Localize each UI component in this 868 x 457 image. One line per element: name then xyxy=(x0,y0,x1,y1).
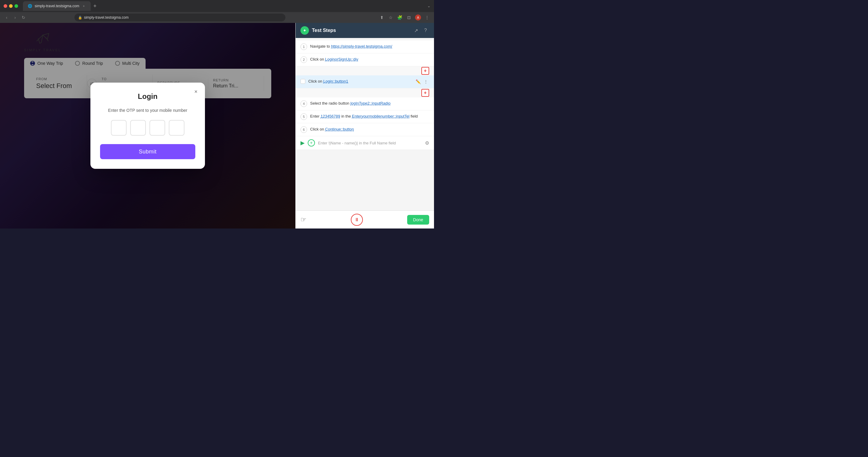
tab-close-button[interactable]: × xyxy=(82,4,86,8)
website-content: SIMPLY TRAVEL One Way Trip Round Trip Mu… xyxy=(0,23,296,228)
traffic-light-yellow[interactable] xyxy=(9,4,13,8)
browser-chrome: 🌐 simply-travel.testsigma.com × + ⌄ xyxy=(0,0,434,12)
step-5-field-link[interactable]: Enteryourmobilenumber::inputTel xyxy=(352,114,410,119)
next-step-settings-icon[interactable]: ⚙ xyxy=(425,140,429,146)
panel-title: Test Steps xyxy=(312,28,409,33)
step-6-text-before: Click on xyxy=(310,127,325,131)
url-bar[interactable]: 🔒 simply-travel.testsigma.com xyxy=(74,13,285,22)
step-checkbox-3[interactable] xyxy=(301,79,305,84)
step-content-5: Enter 123456789 in the Enteryourmobilenu… xyxy=(310,113,429,119)
step-3-edit-icon[interactable]: ✏️ xyxy=(415,79,421,85)
step-content-3: Click on Login::button1 xyxy=(308,79,412,84)
next-step-input[interactable]: Enter !|Name - name()| in the Full Name … xyxy=(318,141,422,145)
step-item-4: 4 Select the radio button logInType2::in… xyxy=(296,97,434,110)
testsigma-logo: ✦ xyxy=(301,26,309,35)
add-step-below-3: + xyxy=(296,88,434,97)
step-content-4: Select the radio button logInType2::inpu… xyxy=(310,100,429,106)
cursor-icon: ☞ xyxy=(301,216,307,224)
otp-input-1[interactable] xyxy=(111,120,127,136)
panel-footer: ☞ ⏸ Done xyxy=(296,210,434,228)
traffic-lights xyxy=(4,4,18,8)
add-step-above-button[interactable]: + xyxy=(421,67,429,75)
done-button[interactable]: Done xyxy=(407,215,429,224)
add-step-below-button[interactable]: + xyxy=(421,89,429,97)
step-6-link[interactable]: Continue::button xyxy=(325,127,354,131)
submit-button[interactable]: Submit xyxy=(100,144,195,159)
step-number-1: 1 xyxy=(301,43,307,50)
pause-icon: ⏸ xyxy=(354,217,359,222)
modal-close-button[interactable]: × xyxy=(192,87,200,96)
step-4-link[interactable]: logInType2::inputRadio xyxy=(350,101,391,105)
extensions-icon[interactable]: 🧩 xyxy=(397,14,403,21)
next-step-add-button[interactable]: + xyxy=(308,139,315,147)
step-4-text-before: Select the radio button xyxy=(310,101,350,105)
reload-button[interactable]: ↻ xyxy=(21,15,27,20)
add-step-above-3: + xyxy=(296,66,434,75)
login-modal: × Login Enter the OTP sent to your mobil… xyxy=(90,83,205,169)
step-item-1: 1 Navigate to https://simply-travel.test… xyxy=(296,40,434,53)
tab-title: simply-travel.testsigma.com xyxy=(35,4,79,8)
step-5-value[interactable]: 123456789 xyxy=(321,114,340,119)
step-3-link[interactable]: Login::button1 xyxy=(323,79,348,84)
next-step-row: ▶ + Enter !|Name - name()| in the Full N… xyxy=(296,136,434,150)
step-2-text-before: Click on xyxy=(310,57,325,61)
step-content-1: Navigate to https://simply-travel.testsi… xyxy=(310,43,429,50)
new-tab-button[interactable]: + xyxy=(91,2,99,10)
steps-list: 1 Navigate to https://simply-travel.test… xyxy=(296,38,434,210)
pause-button[interactable]: ⏸ xyxy=(351,214,363,226)
traffic-light-green[interactable] xyxy=(14,4,18,8)
nav-buttons: ‹ › ↻ xyxy=(4,15,27,20)
step-3-actions: ✏️ ⋮ xyxy=(415,79,429,85)
help-icon[interactable]: ? xyxy=(422,27,429,34)
step-number-6: 6 xyxy=(301,126,307,133)
address-bar: ‹ › ↻ 🔒 simply-travel.testsigma.com ⬆ ☆ … xyxy=(0,12,434,23)
step-3-more-icon[interactable]: ⋮ xyxy=(423,79,429,85)
step-number-4: 4 xyxy=(301,100,307,107)
expand-panel-icon[interactable]: ↗ xyxy=(412,27,420,34)
step-2-link[interactable]: LoginorSignUp::div xyxy=(325,57,358,61)
forward-button[interactable]: › xyxy=(12,15,18,20)
step-content-2: Click on LoginorSignUp::div xyxy=(310,56,429,62)
otp-input-4[interactable] xyxy=(169,120,184,136)
otp-input-3[interactable] xyxy=(150,120,165,136)
step-5-text-mid: in the xyxy=(341,114,352,119)
browser-right-icons: ⬆ ☆ 🧩 ⊡ A ⋮ xyxy=(378,14,430,21)
step-item-6: 6 Click on Continue::button xyxy=(296,123,434,136)
panel-header: ✦ Test Steps ↗ ? xyxy=(296,23,434,38)
modal-title: Login xyxy=(100,92,195,101)
step-content-6: Click on Continue::button xyxy=(310,126,429,132)
sidebar-toggle-icon[interactable]: ⊡ xyxy=(406,14,412,21)
step-1-text-before: Navigate to xyxy=(310,44,331,49)
step-5-text-after: field xyxy=(410,114,418,119)
main-area: SIMPLY TRAVEL One Way Trip Round Trip Mu… xyxy=(0,23,434,228)
step-3-text-before: Click on xyxy=(308,79,323,84)
step-number-2: 2 xyxy=(301,56,307,63)
bookmark-icon[interactable]: ☆ xyxy=(388,14,394,21)
share-icon[interactable]: ⬆ xyxy=(378,14,385,21)
modal-overlay: × Login Enter the OTP sent to your mobil… xyxy=(0,23,296,228)
traffic-light-red[interactable] xyxy=(4,4,7,8)
otp-input-2[interactable] xyxy=(130,120,146,136)
security-lock-icon: 🔒 xyxy=(78,16,82,20)
test-steps-panel: ✦ Test Steps ↗ ? 1 Navigate to https://s… xyxy=(296,23,434,228)
url-text: simply-travel.testsigma.com xyxy=(84,16,129,20)
step-number-5: 5 xyxy=(301,113,307,120)
panel-header-icons: ↗ ? xyxy=(412,27,429,34)
step-5-text-before: Enter xyxy=(310,114,321,119)
step-item-2: 2 Click on LoginorSignUp::div xyxy=(296,53,434,66)
step-1-link[interactable]: https://simply-travel.testsigma.com/ xyxy=(331,44,392,49)
profile-icon[interactable]: A xyxy=(415,14,421,21)
browser-expand-icon[interactable]: ⌄ xyxy=(427,4,430,8)
next-step-arrow-icon: ▶ xyxy=(301,140,305,146)
step-item-3: Click on Login::button1 ✏️ ⋮ xyxy=(296,75,434,88)
back-button[interactable]: ‹ xyxy=(4,15,10,20)
otp-inputs xyxy=(100,120,195,136)
step-item-5: 5 Enter 123456789 in the Enteryourmobile… xyxy=(296,110,434,123)
menu-icon[interactable]: ⋮ xyxy=(424,14,430,21)
browser-tab-active[interactable]: 🌐 simply-travel.testsigma.com × xyxy=(23,1,91,11)
modal-subtitle: Enter the OTP sent to your mobile number xyxy=(100,108,195,113)
tab-bar: 🌐 simply-travel.testsigma.com × + xyxy=(23,1,223,11)
